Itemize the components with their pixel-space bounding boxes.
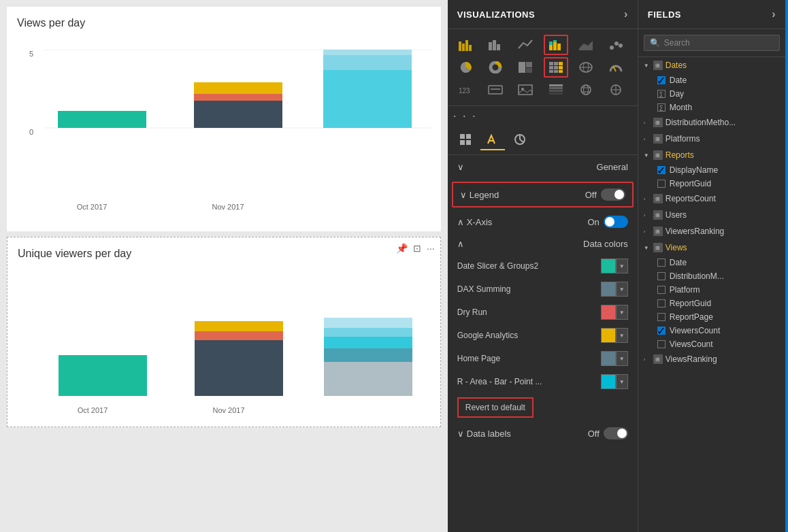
viewsranking-table-icon: ⊞ bbox=[653, 354, 663, 364]
field-group-users-header[interactable]: › ⊞ Users bbox=[638, 207, 785, 223]
color-row-1: DAX Summing ▼ bbox=[448, 278, 638, 301]
platforms-expand-icon: › bbox=[644, 136, 651, 142]
field-reports-displayname[interactable]: ✓ DisplayName bbox=[638, 163, 785, 177]
data-labels-header[interactable]: ∨ Data labels Off bbox=[448, 422, 638, 445]
viz-icon-gauge[interactable] bbox=[604, 57, 628, 78]
color-swatch-3 bbox=[601, 328, 616, 343]
field-reports-displayname-label: DisplayName bbox=[670, 165, 718, 175]
color-picker-4[interactable]: ▼ bbox=[601, 351, 628, 366]
xaxis-toggle[interactable]: On bbox=[587, 216, 627, 228]
viewersranking-table-icon: ⊞ bbox=[653, 227, 663, 236]
views-reportpage-checkbox bbox=[657, 313, 666, 321]
expand-icon[interactable]: ⊡ bbox=[413, 243, 421, 254]
fields-panel: FIELDS › 🔍 ▼ ⊞ Dates ✓ Date ∑ Day bbox=[638, 0, 785, 532]
field-views-viewscount[interactable]: ViewsCount bbox=[638, 337, 785, 351]
color-picker-3[interactable]: ▼ bbox=[601, 328, 628, 343]
field-group-views-header[interactable]: ▼ ⊞ Views bbox=[638, 239, 785, 256]
viz-icon-column[interactable] bbox=[483, 35, 508, 55]
viz-icon-treemap[interactable] bbox=[513, 57, 538, 78]
legend-toggle[interactable]: Off bbox=[585, 188, 625, 201]
color-picker-5[interactable]: ▼ bbox=[601, 374, 628, 389]
data-colors-chevron: ∧ bbox=[457, 239, 464, 249]
xaxis-header[interactable]: ∧ X-Axis On bbox=[448, 210, 638, 233]
viz-icon-card[interactable] bbox=[483, 80, 508, 100]
field-reports-reportguid[interactable]: ReportGuid bbox=[638, 177, 785, 190]
viz-icon-matrix[interactable] bbox=[544, 57, 568, 78]
fields-scroll[interactable]: ▼ ⊞ Dates ✓ Date ∑ Day ∑ Month bbox=[638, 57, 785, 532]
data-labels-state-label: Off bbox=[588, 429, 600, 439]
users-table-icon: ⊞ bbox=[653, 210, 663, 220]
viz-more[interactable]: · · · bbox=[448, 106, 638, 126]
color-dropdown-3[interactable]: ▼ bbox=[616, 328, 628, 343]
chart-unique-viewers: 📌 ⊡ ··· Unique viewers per day Oct 2017 … bbox=[7, 237, 441, 427]
viz-icon-kpi[interactable]: 123 bbox=[453, 80, 478, 100]
field-group-dates-header[interactable]: ▼ ⊞ Dates bbox=[638, 57, 785, 73]
more-icon[interactable]: ··· bbox=[427, 243, 435, 254]
field-views-distributionm[interactable]: DistributionM... bbox=[638, 269, 785, 283]
field-group-reports-header[interactable]: ▼ ⊞ Reports bbox=[638, 147, 785, 163]
field-views-platform[interactable]: Platform bbox=[638, 283, 785, 297]
legend-header[interactable]: ∨ Legend Off bbox=[453, 183, 632, 206]
reportscount-expand-icon: › bbox=[644, 196, 651, 202]
viz-format-scroll[interactable]: ∨ General ∨ Legend Off ∧ bbox=[448, 155, 638, 532]
color-dropdown-4[interactable]: ▼ bbox=[616, 351, 628, 366]
field-dates-day[interactable]: ∑ Day bbox=[638, 87, 785, 101]
field-views-reportguid[interactable]: ReportGuid bbox=[638, 297, 785, 310]
viz-icon-pie[interactable] bbox=[453, 57, 478, 78]
fields-collapse-icon[interactable]: › bbox=[772, 8, 776, 20]
xaxis-switch[interactable] bbox=[604, 216, 628, 228]
svg-rect-18 bbox=[324, 348, 412, 396]
field-group-viewersranking: › ⊞ ViewersRanking bbox=[638, 223, 785, 239]
viz-icon-map[interactable] bbox=[574, 57, 598, 78]
tab-format[interactable] bbox=[480, 130, 505, 150]
field-views-reportpage[interactable]: ReportPage bbox=[638, 310, 785, 324]
pin-icon[interactable]: 📌 bbox=[396, 243, 408, 254]
reports-children: ✓ DisplayName ReportGuid bbox=[638, 163, 785, 190]
viz-icon-area[interactable] bbox=[574, 35, 598, 55]
field-group-viewersranking-header[interactable]: › ⊞ ViewersRanking bbox=[638, 223, 785, 239]
color-dropdown-5[interactable]: ▼ bbox=[616, 374, 628, 389]
fields-header: FIELDS › bbox=[638, 0, 785, 29]
field-views-viewerscount[interactable]: ✓ ViewersCount bbox=[638, 324, 785, 337]
chart1-title: Views per day bbox=[17, 17, 431, 29]
viz-icon-custom[interactable] bbox=[604, 80, 628, 100]
svg-point-35 bbox=[619, 44, 623, 48]
search-input[interactable] bbox=[664, 38, 774, 48]
data-labels-toggle[interactable]: Off bbox=[588, 427, 628, 439]
viz-icon-table[interactable] bbox=[544, 80, 568, 100]
field-dates-date[interactable]: ✓ Date bbox=[638, 73, 785, 87]
field-group-reportscount-header[interactable]: › ⊞ ReportsCount bbox=[638, 190, 785, 207]
viz-icon-scatter[interactable] bbox=[604, 35, 628, 55]
viz-icon-donut[interactable] bbox=[483, 57, 508, 78]
viz-icon-stacked[interactable] bbox=[544, 35, 568, 55]
visualizations-collapse-icon[interactable]: › bbox=[624, 8, 628, 20]
field-group-distribution-header[interactable]: › ⊞ DistributionMetho... bbox=[638, 114, 785, 131]
field-dates-month[interactable]: ∑ Month bbox=[638, 101, 785, 114]
viz-icon-globe[interactable] bbox=[574, 80, 598, 100]
color-dropdown-2[interactable]: ▼ bbox=[616, 305, 628, 320]
field-group-viewsranking-header[interactable]: › ⊞ ViewsRanking bbox=[638, 351, 785, 367]
xaxis-state-label: On bbox=[587, 217, 599, 227]
field-group-platforms-header[interactable]: › ⊞ Platforms bbox=[638, 131, 785, 147]
revert-to-default-button[interactable]: Revert to default bbox=[457, 397, 533, 418]
field-views-reportguid-label: ReportGuid bbox=[670, 299, 711, 308]
color-picker-1[interactable]: ▼ bbox=[601, 282, 628, 297]
legend-switch[interactable] bbox=[601, 188, 625, 201]
general-header[interactable]: ∨ General bbox=[448, 155, 638, 179]
color-dropdown-0[interactable]: ▼ bbox=[616, 259, 628, 273]
field-views-reportpage-label: ReportPage bbox=[670, 312, 713, 322]
tab-analytics[interactable] bbox=[508, 130, 532, 150]
data-labels-switch[interactable] bbox=[604, 427, 628, 439]
color-dropdown-1[interactable]: ▼ bbox=[616, 282, 628, 297]
field-group-viewsranking: › ⊞ ViewsRanking bbox=[638, 351, 785, 367]
viz-icon-image[interactable] bbox=[513, 80, 538, 100]
viz-icon-bar[interactable] bbox=[453, 35, 478, 55]
color-picker-2[interactable]: ▼ bbox=[601, 305, 628, 320]
tab-fields[interactable] bbox=[453, 130, 478, 150]
field-group-views: ▼ ⊞ Views Date DistributionM... Platform bbox=[638, 239, 785, 351]
field-views-date[interactable]: Date bbox=[638, 256, 785, 269]
data-colors-header[interactable]: ∧ Data colors bbox=[448, 233, 638, 254]
color-picker-0[interactable]: ▼ bbox=[601, 259, 628, 273]
viz-icon-line[interactable] bbox=[513, 35, 538, 55]
day-checkbox: ∑ bbox=[657, 90, 666, 98]
